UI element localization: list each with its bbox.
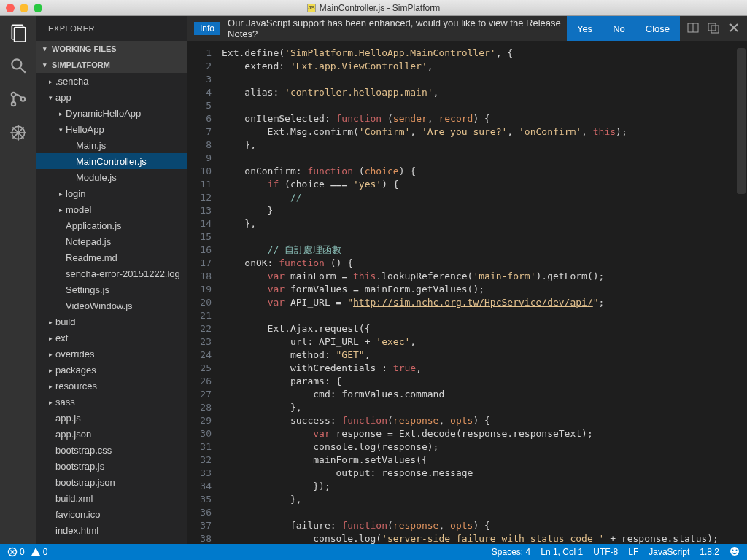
explorer-icon[interactable] <box>8 22 28 42</box>
file-type-icon: JS <box>307 4 316 12</box>
svg-point-23 <box>736 549 738 551</box>
minimize-window-button[interactable] <box>20 4 28 12</box>
svg-point-4 <box>12 93 15 96</box>
tree-item[interactable]: Settings.js <box>36 281 187 298</box>
tree-item[interactable]: bootstrap.css <box>36 442 187 458</box>
encoding-status[interactable]: UTF-8 <box>593 547 618 557</box>
feedback-icon[interactable] <box>729 546 740 559</box>
tree-item[interactable]: Notepad.js <box>36 233 187 249</box>
svg-point-21 <box>730 547 739 556</box>
cursor-position[interactable]: Ln 1, Col 1 <box>541 547 583 557</box>
close-notification-button[interactable]: Close <box>635 16 680 41</box>
status-bar: 0 0 Spaces: 4 Ln 1, Col 1 UTF-8 LF JavaS… <box>0 544 747 560</box>
project-section[interactable]: ▾SIMPLATFORM <box>36 57 187 73</box>
svg-point-2 <box>12 59 21 69</box>
tree-item[interactable]: Module.js <box>36 169 187 185</box>
file-tree: ▸.sencha▾app▸DynamicHelloApp▾HelloAppMai… <box>36 73 187 538</box>
tree-item[interactable]: ▸.sencha <box>36 73 187 89</box>
open-changes-icon[interactable] <box>708 22 719 36</box>
title-bar: JS MainController.js - SimPlatform <box>0 0 747 16</box>
code-editor[interactable]: 1234567891011121314151617181920212223242… <box>187 41 747 544</box>
tree-item[interactable]: bootstrap.json <box>36 474 187 490</box>
notification-text: Our JavaScript support has been enhanced… <box>228 18 567 39</box>
tree-item[interactable]: ▸build <box>36 314 187 330</box>
working-files-section[interactable]: ▾WORKING FILES <box>36 41 187 57</box>
tree-item[interactable]: ▾app <box>36 89 187 105</box>
tree-item[interactable]: app.json <box>36 426 187 442</box>
no-button[interactable]: No <box>603 16 635 41</box>
tree-item[interactable]: ▸packages <box>36 362 187 378</box>
svg-line-3 <box>20 68 26 73</box>
activity-bar <box>0 16 36 544</box>
tree-item[interactable]: Readme.md <box>36 249 187 265</box>
language-status[interactable]: JavaScript <box>649 547 689 557</box>
tree-item[interactable]: ▾HelloApp <box>36 121 187 137</box>
svg-rect-15 <box>711 26 719 33</box>
tree-item[interactable]: Main.js <box>36 137 187 153</box>
tree-item[interactable]: ▸resources <box>36 378 187 394</box>
eol-status[interactable]: LF <box>628 547 638 557</box>
warnings-indicator[interactable]: 0 <box>31 547 48 557</box>
line-gutter: 1234567891011121314151617181920212223242… <box>187 41 219 544</box>
svg-rect-1 <box>15 28 26 42</box>
tree-item[interactable]: bootstrap.js <box>36 458 187 474</box>
editor-area: Info Our JavaScript support has been enh… <box>187 16 747 544</box>
tree-item[interactable]: build.xml <box>36 490 187 506</box>
maximize-window-button[interactable] <box>34 4 42 12</box>
tree-item[interactable]: index.html <box>36 522 187 538</box>
close-editor-icon[interactable] <box>728 22 740 36</box>
svg-point-5 <box>12 102 15 106</box>
close-window-button[interactable] <box>6 4 15 12</box>
explorer-sidebar: EXPLORER ▾WORKING FILES ▾SIMPLATFORM ▸.s… <box>36 16 187 544</box>
sidebar-title: EXPLORER <box>36 16 187 41</box>
window-title: MainController.js - SimPlatform <box>320 3 440 13</box>
version-status[interactable]: 1.8.2 <box>700 547 719 557</box>
indent-status[interactable]: Spaces: 4 <box>492 547 530 557</box>
tree-item[interactable]: ▸overrides <box>36 346 187 362</box>
svg-point-22 <box>732 549 734 551</box>
errors-indicator[interactable]: 0 <box>7 547 25 557</box>
search-icon[interactable] <box>8 55 28 76</box>
tree-item[interactable]: ▸ext <box>36 330 187 346</box>
svg-point-6 <box>21 97 25 101</box>
debug-icon[interactable] <box>8 122 28 143</box>
tree-item[interactable]: ▸model <box>36 201 187 217</box>
tree-item[interactable]: VideoWindow.js <box>36 298 187 314</box>
info-badge: Info <box>194 22 220 35</box>
git-icon[interactable] <box>8 89 28 109</box>
svg-rect-14 <box>708 23 716 31</box>
tree-item[interactable]: app.js <box>36 410 187 426</box>
vertical-scrollbar[interactable] <box>737 48 746 194</box>
tree-item[interactable]: favicon.ico <box>36 506 187 522</box>
code-content[interactable]: Ext.define('SimPlatform.HelloApp.MainCon… <box>219 41 747 544</box>
tree-item[interactable]: Application.js <box>36 217 187 233</box>
tree-item[interactable]: MainController.js <box>36 153 187 169</box>
split-editor-icon[interactable] <box>687 22 699 36</box>
yes-button[interactable]: Yes <box>567 16 603 41</box>
tree-item[interactable]: sencha-error-20151222.log <box>36 265 187 281</box>
tree-item[interactable]: ▸sass <box>36 394 187 410</box>
window-controls <box>6 4 42 12</box>
tree-item[interactable]: ▸login <box>36 185 187 201</box>
notification-bar: Info Our JavaScript support has been enh… <box>187 16 747 41</box>
tree-item[interactable]: ▸DynamicHelloApp <box>36 105 187 121</box>
